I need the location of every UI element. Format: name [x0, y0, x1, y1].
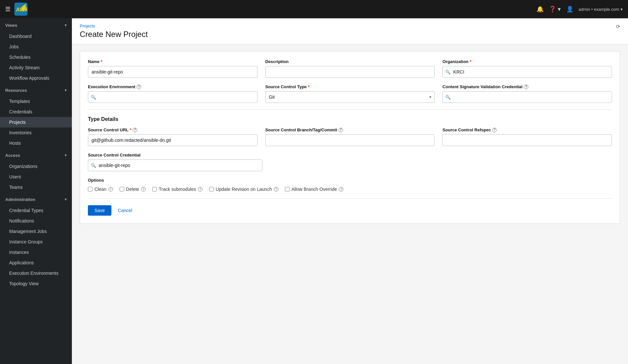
source-control-branch-help-icon[interactable]: ?	[339, 128, 343, 132]
top-nav: ☰ AWX 🔔 ❓ ▾ 👤 admin • example.com ▾	[0, 0, 628, 18]
user-chevron-icon: ▾	[620, 7, 623, 12]
option-update-revision[interactable]: Update Revision on Launch ?	[209, 187, 278, 192]
cancel-button[interactable]: Cancel	[115, 205, 135, 216]
sidebar-section-header-resources[interactable]: Resources ▾	[0, 83, 72, 96]
sidebar-section-header-administration[interactable]: Administration ▾	[0, 192, 72, 205]
name-group: Name *	[88, 59, 257, 78]
execution-env-input[interactable]	[88, 91, 257, 103]
sidebar-item-execution-environments[interactable]: Execution Environments	[0, 268, 72, 278]
option-allow-branch-override-label: Allow Branch Override	[291, 187, 337, 192]
sidebar-item-topology-view[interactable]: Topology View	[0, 278, 72, 289]
sidebar: Views ▾ Dashboard Jobs Schedules Activit…	[0, 18, 72, 364]
app-logo: AWX	[14, 3, 27, 16]
sidebar-item-activity-stream[interactable]: Activity Stream	[0, 62, 72, 73]
name-input[interactable]	[88, 66, 257, 78]
history-icon[interactable]: ⟳	[616, 24, 620, 30]
options-row: Clean ? Delete ? Track submodules ?	[88, 187, 612, 192]
organization-input-wrapper: 🔍	[442, 66, 612, 78]
notification-icon[interactable]: 🔔	[537, 6, 544, 13]
sidebar-section-views: Views ▾ Dashboard Jobs Schedules Activit…	[0, 18, 72, 83]
sidebar-item-hosts[interactable]: Hosts	[0, 138, 72, 148]
form-footer-divider	[88, 198, 612, 199]
source-control-refspec-help-icon[interactable]: ?	[492, 128, 497, 132]
content-sig-help-icon[interactable]: ?	[524, 85, 528, 89]
source-control-refspec-label: Source Control Refspec ?	[442, 127, 612, 132]
user-icon[interactable]: 👤	[566, 6, 573, 13]
sct-required-star: *	[308, 84, 310, 89]
sidebar-administration-label: Administration	[5, 197, 35, 202]
option-track-submodules-checkbox[interactable]	[152, 187, 157, 191]
save-button[interactable]: Save	[88, 205, 111, 216]
option-delete-checkbox[interactable]	[120, 187, 124, 191]
source-control-credential-input[interactable]	[88, 159, 262, 171]
sidebar-item-projects[interactable]: Projects	[0, 117, 72, 127]
sidebar-item-instances[interactable]: Instances	[0, 247, 72, 257]
source-control-credential-group: Source Control Credential 🔍	[88, 153, 262, 171]
option-allow-branch-override-help-icon[interactable]: ?	[339, 187, 343, 191]
sidebar-section-resources: Resources ▾ Templates Credentials Projec…	[0, 83, 72, 148]
option-allow-branch-override[interactable]: Allow Branch Override ?	[285, 187, 343, 192]
source-control-type-label: Source Control Type *	[265, 84, 435, 89]
sidebar-item-jobs[interactable]: Jobs	[0, 41, 72, 52]
source-control-type-select[interactable]: -- Manual Git Subversion Insights Remote…	[265, 91, 435, 103]
sidebar-item-schedules[interactable]: Schedules	[0, 52, 72, 62]
sidebar-item-inventories[interactable]: Inventories	[0, 127, 72, 138]
user-label: admin • example.com	[579, 7, 620, 12]
organization-input[interactable]	[442, 66, 612, 78]
form-row-4: Source Control Credential 🔍	[88, 153, 612, 171]
breadcrumb[interactable]: Projects	[80, 24, 620, 28]
sidebar-item-credential-types[interactable]: Credential Types	[0, 205, 72, 216]
option-delete-help-icon[interactable]: ?	[141, 187, 146, 191]
description-input[interactable]	[265, 66, 435, 78]
topnav-right: 🔔 ❓ ▾ 👤 admin • example.com ▾	[537, 6, 623, 13]
sidebar-item-teams[interactable]: Teams	[0, 182, 72, 192]
source-control-branch-label: Source Control Branch/Tag/Commit ?	[265, 127, 435, 132]
sidebar-item-applications[interactable]: Applications	[0, 257, 72, 268]
source-control-refspec-input[interactable]	[442, 134, 612, 146]
option-track-submodules[interactable]: Track submodules ?	[152, 187, 203, 192]
help-icon[interactable]: ❓ ▾	[549, 6, 561, 13]
organization-group: Organization * 🔍	[442, 59, 612, 78]
sidebar-item-organizations[interactable]: Organizations	[0, 161, 72, 172]
option-update-revision-checkbox[interactable]	[209, 187, 214, 191]
sidebar-item-templates[interactable]: Templates	[0, 96, 72, 107]
sidebar-item-credentials[interactable]: Credentials	[0, 107, 72, 117]
option-update-revision-label: Update Revision on Launch	[216, 187, 272, 192]
option-allow-branch-override-checkbox[interactable]	[285, 187, 289, 191]
source-control-credential-input-wrapper: 🔍	[88, 159, 262, 171]
execution-env-help-icon[interactable]: ?	[137, 85, 141, 89]
sidebar-section-access: Access ▾ Organizations Users Teams	[0, 148, 72, 192]
content-sig-input[interactable]	[442, 91, 612, 103]
option-clean-help-icon[interactable]: ?	[108, 187, 113, 191]
description-group: Description	[265, 59, 435, 78]
user-menu[interactable]: admin • example.com ▾	[579, 7, 623, 12]
option-clean[interactable]: Clean ?	[88, 187, 113, 192]
source-control-branch-input[interactable]	[265, 134, 435, 146]
sidebar-item-instance-groups[interactable]: Instance Groups	[0, 237, 72, 247]
option-delete[interactable]: Delete ?	[120, 187, 146, 192]
option-clean-checkbox[interactable]	[88, 187, 92, 191]
awx-logo-icon: AWX	[14, 3, 27, 16]
sidebar-item-workflow-approvals[interactable]: Workflow Approvals	[0, 73, 72, 83]
sidebar-item-management-jobs[interactable]: Management Jobs	[0, 226, 72, 237]
execution-env-label: Execution Environment ?	[88, 84, 257, 89]
scu-required-star: *	[130, 127, 131, 132]
sidebar-item-notifications[interactable]: Notifications	[0, 216, 72, 226]
source-control-url-help-icon[interactable]: ?	[133, 128, 137, 132]
sidebar-item-dashboard[interactable]: Dashboard	[0, 31, 72, 41]
form-actions: Save Cancel	[88, 205, 612, 216]
sidebar-section-administration: Administration ▾ Credential Types Notifi…	[0, 192, 72, 289]
options-section: Options Clean ? Delete ? Track submod	[88, 178, 612, 192]
option-track-submodules-label: Track submodules	[159, 187, 196, 192]
source-control-credential-label: Source Control Credential	[88, 153, 262, 157]
content-sig-input-wrapper: 🔍	[442, 91, 612, 103]
sidebar-item-users[interactable]: Users	[0, 172, 72, 182]
hamburger-menu[interactable]: ☰	[5, 6, 10, 13]
sidebar-section-header-access[interactable]: Access ▾	[0, 148, 72, 161]
name-required-star: *	[101, 59, 102, 64]
source-control-url-input[interactable]	[88, 134, 257, 146]
source-control-refspec-group: Source Control Refspec ?	[442, 127, 612, 146]
option-update-revision-help-icon[interactable]: ?	[274, 187, 278, 191]
sidebar-section-header-views[interactable]: Views ▾	[0, 18, 72, 31]
option-track-submodules-help-icon[interactable]: ?	[198, 187, 203, 191]
